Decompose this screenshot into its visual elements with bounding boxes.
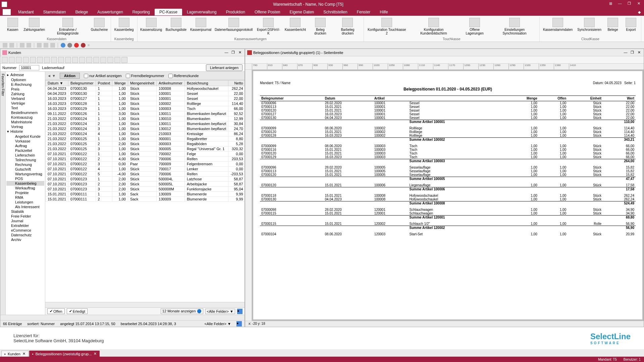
- table-row[interactable]: 07.10.20210700012322,00Stück500005LArbei…: [46, 182, 245, 187]
- tree-text[interactable]: Text: [6, 106, 44, 110]
- table-row[interactable]: 07.10.2021070001225-4,00Stück700006Reife…: [46, 172, 245, 177]
- ribbon-kassensitzung[interactable]: Kassensitzung: [140, 17, 163, 36]
- table-row[interactable]: 21.03.20220700012441,00Stück210003Kreiss…: [46, 131, 245, 136]
- tree-gutschrift[interactable]: Gutschrift: [6, 167, 44, 172]
- menu-offene posten[interactable]: Offene Posten: [250, 9, 285, 15]
- qt-stop-icon[interactable]: [74, 43, 79, 48]
- table-row[interactable]: 21.03.20220700012531,00Stück300005Regal …: [46, 146, 245, 152]
- nummer-input[interactable]: [19, 65, 39, 70]
- tree-kontoauszug[interactable]: Kontoauszug: [6, 115, 44, 120]
- qt-icon-5[interactable]: [37, 43, 42, 48]
- delete-button[interactable]: [72, 57, 78, 63]
- maximize-button[interactable]: ❐: [626, 1, 633, 7]
- kunden-max-button[interactable]: ❐: [230, 50, 236, 55]
- status-felder-combo[interactable]: <Alle Felder> ▼: [205, 322, 231, 326]
- tree-leistungen[interactable]: Leistungen: [6, 200, 44, 204]
- new-button[interactable]: [51, 57, 57, 63]
- qt-help-icon[interactable]: [67, 43, 72, 48]
- table-row[interactable]: 04.04.20230700013021,00Stück100001Sessel…: [46, 91, 245, 96]
- tree-datenschutz[interactable]: Datenschutz: [6, 233, 44, 237]
- qt-icon-6[interactable]: [44, 43, 48, 48]
- tree-rechnung[interactable]: Rechnung: [6, 162, 44, 167]
- menu-auswertungen[interactable]: Auswertungen: [93, 9, 128, 15]
- copy-button[interactable]: [58, 57, 64, 63]
- table-row[interactable]: 15.01.20210700011111,00Sack130009Blumene…: [46, 192, 245, 197]
- app-menu-button[interactable]: [3, 9, 11, 15]
- table-row[interactable]: 16.03.20230700012811,00Stück100002Rollli…: [46, 101, 245, 106]
- tree-historie[interactable]: ▾Historie: [6, 129, 44, 134]
- table-row[interactable]: 09.11.20220700012613,00Stück130011Blumen…: [46, 111, 245, 116]
- col-header[interactable]: Postext: [96, 80, 112, 86]
- menu-schnittstellen[interactable]: Schnittstellen: [319, 9, 352, 15]
- ribbon-offene-lagerungen[interactable]: Offene Lagerungen: [460, 17, 490, 36]
- layout-button[interactable]: [121, 57, 127, 63]
- tree-optionen[interactable]: Optionen: [6, 77, 44, 82]
- ribbon-kassenbeleg[interactable]: Kassenbeleg: [113, 17, 135, 32]
- ribbon-konfiguration-touchkasse-2[interactable]: Konfiguration Touchkasse 2: [366, 17, 408, 36]
- qt-icon-1[interactable]: [3, 43, 7, 48]
- tree-freie-felder[interactable]: Freie Felder: [6, 214, 44, 219]
- col-header[interactable]: Mengeneinheit: [128, 80, 156, 86]
- col-header[interactable]: Belegnummer: [68, 80, 96, 86]
- ribbon-gutscheine[interactable]: Gutscheine: [90, 17, 109, 36]
- menu-lagerverwaltung[interactable]: Lagerverwaltung: [182, 9, 221, 15]
- help-icon[interactable]: ⊞: [607, 1, 614, 7]
- nav-goto-button[interactable]: [30, 57, 36, 63]
- ribbon-datenerfassungsprotokoll[interactable]: Datenerfassungsprotokoll: [214, 17, 253, 36]
- minimize-button[interactable]: —: [616, 1, 624, 7]
- tree-angebot-kunde[interactable]: Angebot Kunde: [6, 134, 44, 139]
- table-row[interactable]: 21.03.20220700012511,00Stück300001Regalb…: [46, 136, 245, 141]
- menu-stammdaten[interactable]: Stammdaten: [39, 9, 71, 15]
- menu-fenster[interactable]: Fenster: [352, 9, 375, 15]
- aktion-dropdown[interactable]: ◄ ▼: [47, 74, 56, 78]
- kunden-hscroll[interactable]: [0, 315, 245, 320]
- ribbon-beleg-drucken[interactable]: Beleg drucken: [309, 17, 332, 36]
- tree-bestellnummern[interactable]: Bestellnummern: [6, 110, 44, 115]
- tree-vorkasse[interactable]: Vorkasse: [6, 139, 44, 143]
- table-row[interactable]: 21.03.20220700012431,00Stück130012Blumen…: [46, 126, 245, 131]
- tree-archiv[interactable]: Archiv: [6, 237, 44, 242]
- save-button[interactable]: [65, 57, 71, 63]
- nur-artikel-checkbox[interactable]: nur Artikel anzeigen: [84, 74, 122, 78]
- filter-button[interactable]: [86, 57, 92, 63]
- col-header[interactable]: Netto: [228, 80, 245, 86]
- tree-extrafelder[interactable]: Extrafelder: [6, 223, 44, 228]
- tree-projekte[interactable]: Projekte: [6, 190, 44, 195]
- tree-als-interessent[interactable]: Als Interessent: [6, 204, 44, 209]
- fremdbeleg-checkbox[interactable]: Fremdbelegnummer: [126, 74, 164, 78]
- table-row[interactable]: 15.01.20210700011121,00Sack130009Blumene…: [46, 197, 245, 202]
- monate-combo[interactable]: 12 Monate anzeigen 🔵: [161, 308, 203, 314]
- tree-vortrag[interactable]: Vortrag: [6, 124, 44, 129]
- qt-record-icon[interactable]: [81, 43, 86, 48]
- nav-last-button[interactable]: [23, 57, 29, 63]
- tree-teilrechnung[interactable]: Teilrechnung: [6, 158, 44, 162]
- ribbon-synchronisieren[interactable]: Synchronisieren: [576, 17, 603, 32]
- close-button[interactable]: ✕: [635, 1, 642, 7]
- ribbon-zahlungsarten[interactable]: Zahlungsarten: [23, 17, 46, 36]
- qt-globe-icon[interactable]: [61, 43, 65, 48]
- tree-e-rechnung[interactable]: E-Rechnung: [6, 82, 44, 87]
- table-row[interactable]: 21.03.20220700012522,00Stück300003Regalb…: [46, 141, 245, 146]
- table-row[interactable]: 07.10.20210700012230,00Paar700009Felgenb…: [46, 162, 245, 167]
- sort-button[interactable]: [93, 57, 99, 63]
- menu-pc-kasse[interactable]: PC-Kasse: [155, 9, 182, 15]
- tree-adresse[interactable]: ▸Adresse: [6, 72, 44, 77]
- nav-prev-button[interactable]: [9, 57, 15, 63]
- qt-icon-7[interactable]: [50, 43, 55, 48]
- tree-preis[interactable]: Preis: [6, 87, 44, 92]
- report-max-button[interactable]: ❐: [630, 50, 635, 55]
- table-row[interactable]: 16.03.20230700012711,00Stück100001Sessel…: [46, 96, 245, 101]
- export-button[interactable]: [100, 57, 106, 63]
- grid-hscroll[interactable]: [45, 302, 245, 307]
- col-header[interactable]: Menge: [112, 80, 128, 86]
- tree-vertr-ge[interactable]: Verträge: [6, 101, 44, 106]
- qt-icon-2[interactable]: [9, 43, 14, 48]
- tree-kassenbeleg[interactable]: Kassenbeleg: [6, 181, 44, 186]
- menu-produktion[interactable]: Produktion: [221, 9, 250, 15]
- felder-combo[interactable]: <Alle Felder> ▼: [205, 309, 235, 314]
- tree-rma[interactable]: RMA: [6, 195, 44, 200]
- nav-next-button[interactable]: [16, 57, 22, 63]
- table-row[interactable]: 07.10.20210700012241,00Stück700017Lenker…: [46, 167, 245, 172]
- tree-lieferschein[interactable]: Lieferschein: [6, 153, 44, 158]
- menu-hilfe[interactable]: Hilfe: [375, 9, 392, 15]
